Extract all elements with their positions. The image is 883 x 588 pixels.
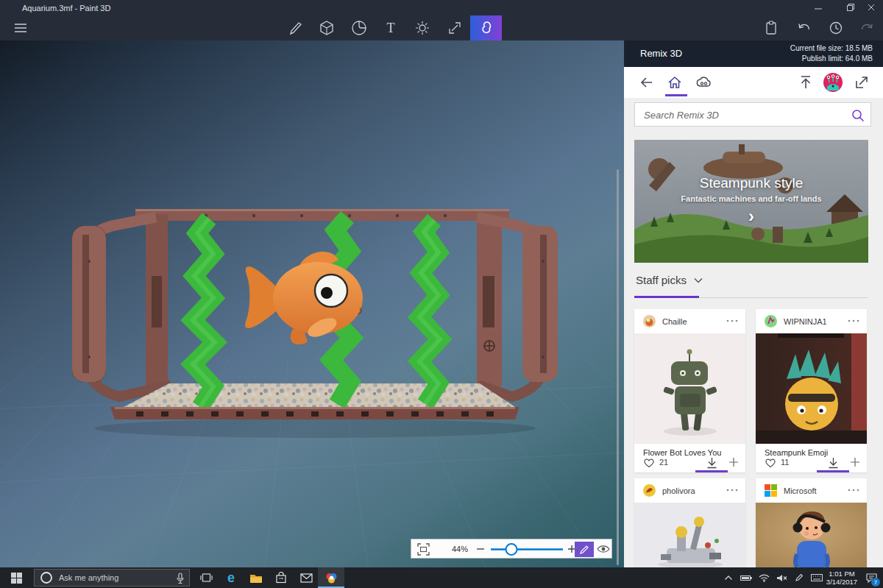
- heart-icon[interactable]: [643, 458, 655, 468]
- taskbar: e: [0, 567, 883, 588]
- section-rule-accent: [634, 296, 699, 298]
- brush-tool-button[interactable]: [279, 15, 311, 40]
- battery-tray-icon[interactable]: [737, 567, 755, 588]
- 3d-shapes-tool-button[interactable]: [311, 15, 342, 40]
- card-thumbnail: [634, 333, 745, 444]
- windows-logo-icon: [11, 573, 22, 584]
- edge-taskbar-button[interactable]: e: [218, 567, 244, 588]
- canvas-tool-button[interactable]: [439, 15, 470, 40]
- close-icon: [867, 3, 876, 12]
- minimize-icon: [814, 3, 823, 12]
- remix-panel-title: Remix 3D: [640, 48, 682, 59]
- home-tab[interactable]: [667, 74, 683, 91]
- zoom-toolbar: 44%: [411, 539, 612, 559]
- task-view-icon: [200, 573, 213, 583]
- card-thumbnail: [756, 333, 867, 444]
- model-card-flower-bot[interactable]: Chaille Flower Bot Loves Yo: [634, 309, 745, 472]
- download-underline: [817, 470, 849, 472]
- remix-3d-tool-button[interactable]: [470, 15, 502, 40]
- volume-mute-tray-icon[interactable]: [773, 567, 790, 588]
- zoom-out-button[interactable]: [476, 545, 485, 553]
- add-icon[interactable]: [728, 457, 739, 467]
- minimize-button[interactable]: [805, 0, 831, 15]
- zoom-slider[interactable]: [488, 539, 566, 559]
- fit-to-window-icon: [417, 543, 430, 556]
- taskbar-search-input[interactable]: [57, 573, 171, 583]
- stickers-icon: [351, 20, 367, 36]
- pen-tray-icon[interactable]: [790, 567, 808, 588]
- canvas-scrollbar[interactable]: [617, 169, 619, 565]
- upload-button[interactable]: [798, 74, 814, 91]
- file-explorer-taskbar-button[interactable]: [243, 567, 269, 588]
- effects-icon: [414, 20, 430, 36]
- more-options-icon[interactable]: [726, 489, 738, 492]
- canvas-icon: [447, 20, 463, 36]
- restore-icon: [846, 3, 855, 12]
- avatar: [765, 315, 777, 327]
- card-thumbnail: [634, 503, 745, 567]
- paste-button[interactable]: [755, 15, 787, 40]
- card-username: pholivora: [662, 486, 695, 495]
- paint3d-taskbar-button[interactable]: [318, 567, 344, 588]
- redo-button[interactable]: [851, 15, 882, 40]
- view-mode-button[interactable]: [597, 544, 610, 554]
- edit-mode-button[interactable]: [575, 542, 594, 557]
- steampunk-banner[interactable]: Steampunk style Fantastic machines and f…: [634, 140, 868, 263]
- profile-avatar[interactable]: [823, 72, 843, 93]
- back-button[interactable]: [639, 74, 655, 91]
- close-button[interactable]: [858, 0, 883, 15]
- chevron-up-icon: [724, 575, 733, 581]
- paint3d-icon: [325, 571, 338, 584]
- card-username: Chaille: [662, 317, 687, 326]
- history-button[interactable]: [820, 15, 851, 40]
- publish-limit: Publish limit: 64.0 MB: [790, 54, 873, 64]
- search-icon[interactable]: [851, 109, 865, 122]
- file-size-info: Current file size: 18.5 MB Publish limit…: [790, 43, 873, 64]
- microphone-icon[interactable]: [176, 573, 185, 584]
- download-underline: [695, 470, 728, 472]
- task-view-button[interactable]: [193, 567, 219, 588]
- brush-icon: [287, 20, 303, 36]
- home-tab-underline: [665, 94, 687, 96]
- menu-button[interactable]: [4, 15, 36, 40]
- community-tab[interactable]: [695, 74, 712, 91]
- minus-icon: [476, 545, 485, 553]
- download-icon[interactable]: [706, 457, 717, 469]
- banner-next-chevron[interactable]: ›: [634, 206, 868, 227]
- window-title: Aquarium.3mf - Paint 3D: [22, 4, 110, 13]
- fit-to-window-button[interactable]: [417, 543, 430, 556]
- text-tool-button[interactable]: T: [375, 15, 406, 40]
- speaker-mute-icon: [776, 574, 787, 582]
- aquarium-3d-model: [0, 40, 624, 567]
- download-icon[interactable]: [828, 457, 839, 469]
- card-thumbnail: [756, 503, 867, 567]
- model-card-steampunk-emoji[interactable]: WIPNINJA1: [756, 309, 867, 472]
- remix-searchbox: [634, 102, 871, 127]
- more-options-icon[interactable]: [848, 489, 859, 492]
- start-button[interactable]: [0, 567, 32, 588]
- tray-clock[interactable]: 1:01 PM 3/14/2017: [824, 570, 859, 586]
- wifi-icon: [759, 574, 770, 582]
- model-card-microsoft[interactable]: Microsoft: [756, 478, 867, 567]
- heart-icon[interactable]: [765, 458, 776, 468]
- more-options-icon[interactable]: [726, 319, 738, 322]
- mail-taskbar-button[interactable]: [293, 567, 319, 588]
- remix-search-input[interactable]: [642, 107, 844, 124]
- undo-button[interactable]: [788, 15, 820, 40]
- model-card-pholivora[interactable]: pholivora: [634, 478, 745, 567]
- staff-picks-dropdown[interactable]: Staff picks: [636, 274, 703, 286]
- share-button[interactable]: [854, 74, 870, 91]
- redo-icon: [859, 20, 875, 36]
- more-options-icon[interactable]: [848, 319, 859, 322]
- mail-icon: [300, 573, 313, 583]
- wifi-tray-icon[interactable]: [755, 567, 773, 588]
- store-taskbar-button[interactable]: [268, 567, 294, 588]
- stickers-tool-button[interactable]: [343, 15, 375, 40]
- banner-title: Steampunk style: [634, 175, 868, 191]
- cortana-search-bar[interactable]: [34, 569, 190, 587]
- viewport-3d[interactable]: 44%: [0, 40, 624, 567]
- add-icon[interactable]: [850, 457, 860, 467]
- keyboard-tray-icon[interactable]: [808, 567, 826, 588]
- tray-expand-button[interactable]: [720, 567, 737, 588]
- effects-tool-button[interactable]: [406, 15, 438, 40]
